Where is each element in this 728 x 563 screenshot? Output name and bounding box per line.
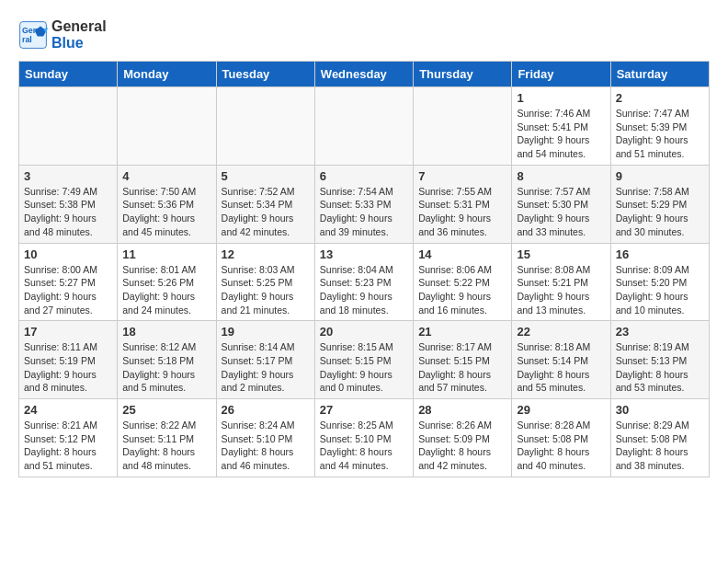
day-detail: Sunrise: 7:52 AM Sunset: 5:34 PM Dayligh…: [222, 185, 310, 239]
calendar-cell: 19Sunrise: 8:14 AM Sunset: 5:17 PM Dayli…: [216, 321, 314, 399]
day-number: 20: [320, 325, 408, 339]
calendar-cell: [19, 87, 118, 166]
day-number: 11: [122, 247, 210, 261]
day-detail: Sunrise: 7:50 AM Sunset: 5:36 PM Dayligh…: [122, 185, 210, 239]
day-detail: Sunrise: 7:46 AM Sunset: 5:41 PM Dayligh…: [517, 107, 605, 161]
day-detail: Sunrise: 7:57 AM Sunset: 5:30 PM Dayligh…: [517, 185, 605, 239]
day-detail: Sunrise: 8:11 AM Sunset: 5:19 PM Dayligh…: [24, 340, 112, 395]
day-number: 21: [418, 325, 506, 339]
day-number: 30: [616, 403, 704, 417]
calendar-cell: 9Sunrise: 7:58 AM Sunset: 5:29 PM Daylig…: [610, 165, 709, 243]
weekday-header-tuesday: Tuesday: [216, 62, 314, 87]
calendar-cell: 21Sunrise: 8:17 AM Sunset: 5:15 PM Dayli…: [414, 321, 512, 399]
day-number: 14: [418, 247, 506, 261]
calendar-cell: 10Sunrise: 8:00 AM Sunset: 5:27 PM Dayli…: [19, 243, 118, 321]
day-detail: Sunrise: 8:08 AM Sunset: 5:21 PM Dayligh…: [517, 263, 605, 317]
logo-text: General Blue: [51, 18, 107, 52]
day-number: 27: [320, 403, 408, 417]
day-number: 26: [222, 403, 310, 417]
day-detail: Sunrise: 8:12 AM Sunset: 5:18 PM Dayligh…: [122, 340, 210, 395]
day-number: 24: [24, 403, 112, 417]
logo: Gene ral General Blue: [18, 18, 107, 52]
weekday-header-thursday: Thursday: [414, 62, 512, 87]
calendar-cell: 12Sunrise: 8:03 AM Sunset: 5:25 PM Dayli…: [216, 243, 314, 321]
day-detail: Sunrise: 8:22 AM Sunset: 5:11 PM Dayligh…: [122, 419, 210, 473]
calendar-cell: [216, 87, 314, 166]
day-detail: Sunrise: 7:47 AM Sunset: 5:39 PM Dayligh…: [616, 107, 704, 161]
day-number: 7: [418, 169, 506, 183]
day-number: 25: [122, 403, 210, 417]
day-number: 15: [517, 247, 605, 261]
calendar-cell: 25Sunrise: 8:22 AM Sunset: 5:11 PM Dayli…: [118, 399, 216, 477]
day-detail: Sunrise: 8:26 AM Sunset: 5:09 PM Dayligh…: [418, 419, 506, 473]
calendar-cell: 1Sunrise: 7:46 AM Sunset: 5:41 PM Daylig…: [512, 87, 610, 166]
calendar-cell: 29Sunrise: 8:28 AM Sunset: 5:08 PM Dayli…: [512, 399, 610, 477]
calendar-week-4: 17Sunrise: 8:11 AM Sunset: 5:19 PM Dayli…: [19, 321, 710, 399]
calendar-cell: 28Sunrise: 8:26 AM Sunset: 5:09 PM Dayli…: [414, 399, 512, 477]
calendar-cell: 3Sunrise: 7:49 AM Sunset: 5:38 PM Daylig…: [19, 165, 118, 243]
day-number: 1: [517, 91, 605, 105]
day-number: 13: [320, 247, 408, 261]
weekday-header-friday: Friday: [512, 62, 610, 87]
calendar-cell: [118, 87, 216, 166]
calendar-cell: 14Sunrise: 8:06 AM Sunset: 5:22 PM Dayli…: [414, 243, 512, 321]
day-detail: Sunrise: 8:03 AM Sunset: 5:25 PM Dayligh…: [222, 263, 310, 317]
day-detail: Sunrise: 8:06 AM Sunset: 5:22 PM Dayligh…: [418, 263, 506, 317]
day-detail: Sunrise: 8:09 AM Sunset: 5:20 PM Dayligh…: [616, 263, 704, 317]
weekday-header-sunday: Sunday: [19, 62, 118, 87]
day-detail: Sunrise: 8:19 AM Sunset: 5:13 PM Dayligh…: [616, 340, 704, 395]
day-detail: Sunrise: 8:17 AM Sunset: 5:15 PM Dayligh…: [418, 340, 506, 395]
calendar-cell: 26Sunrise: 8:24 AM Sunset: 5:10 PM Dayli…: [216, 399, 314, 477]
calendar-cell: 27Sunrise: 8:25 AM Sunset: 5:10 PM Dayli…: [314, 399, 413, 477]
calendar-cell: 7Sunrise: 7:55 AM Sunset: 5:31 PM Daylig…: [414, 165, 512, 243]
svg-text:ral: ral: [22, 35, 32, 44]
day-number: 2: [616, 91, 704, 105]
weekday-header-wednesday: Wednesday: [314, 62, 413, 87]
day-number: 23: [616, 325, 704, 339]
day-detail: Sunrise: 7:54 AM Sunset: 5:33 PM Dayligh…: [320, 185, 408, 239]
calendar-cell: [314, 87, 413, 166]
calendar-cell: 5Sunrise: 7:52 AM Sunset: 5:34 PM Daylig…: [216, 165, 314, 243]
page-header: Gene ral General Blue: [18, 18, 710, 52]
day-detail: Sunrise: 8:14 AM Sunset: 5:17 PM Dayligh…: [222, 340, 310, 395]
day-number: 29: [517, 403, 605, 417]
calendar-cell: 16Sunrise: 8:09 AM Sunset: 5:20 PM Dayli…: [610, 243, 709, 321]
day-detail: Sunrise: 8:01 AM Sunset: 5:26 PM Dayligh…: [122, 263, 210, 317]
calendar-cell: [414, 87, 512, 166]
day-number: 22: [517, 325, 605, 339]
calendar-cell: 17Sunrise: 8:11 AM Sunset: 5:19 PM Dayli…: [19, 321, 118, 399]
calendar-cell: 11Sunrise: 8:01 AM Sunset: 5:26 PM Dayli…: [118, 243, 216, 321]
day-detail: Sunrise: 8:04 AM Sunset: 5:23 PM Dayligh…: [320, 263, 408, 317]
day-detail: Sunrise: 8:24 AM Sunset: 5:10 PM Dayligh…: [222, 419, 310, 473]
day-detail: Sunrise: 8:00 AM Sunset: 5:27 PM Dayligh…: [24, 263, 112, 317]
calendar-cell: 15Sunrise: 8:08 AM Sunset: 5:21 PM Dayli…: [512, 243, 610, 321]
calendar-cell: 4Sunrise: 7:50 AM Sunset: 5:36 PM Daylig…: [118, 165, 216, 243]
weekday-header-saturday: Saturday: [610, 62, 709, 87]
calendar-cell: 6Sunrise: 7:54 AM Sunset: 5:33 PM Daylig…: [314, 165, 413, 243]
calendar-cell: 2Sunrise: 7:47 AM Sunset: 5:39 PM Daylig…: [610, 87, 709, 166]
day-number: 28: [418, 403, 506, 417]
day-number: 9: [616, 169, 704, 183]
day-number: 19: [222, 325, 310, 339]
calendar-cell: 30Sunrise: 8:29 AM Sunset: 5:08 PM Dayli…: [610, 399, 709, 477]
day-number: 10: [24, 247, 112, 261]
day-number: 12: [222, 247, 310, 261]
day-number: 5: [222, 169, 310, 183]
calendar-week-3: 10Sunrise: 8:00 AM Sunset: 5:27 PM Dayli…: [19, 243, 710, 321]
calendar-cell: 22Sunrise: 8:18 AM Sunset: 5:14 PM Dayli…: [512, 321, 610, 399]
day-number: 18: [122, 325, 210, 339]
day-detail: Sunrise: 7:49 AM Sunset: 5:38 PM Dayligh…: [24, 185, 112, 239]
calendar-cell: 8Sunrise: 7:57 AM Sunset: 5:30 PM Daylig…: [512, 165, 610, 243]
day-number: 8: [517, 169, 605, 183]
day-detail: Sunrise: 8:18 AM Sunset: 5:14 PM Dayligh…: [517, 340, 605, 395]
calendar-cell: 13Sunrise: 8:04 AM Sunset: 5:23 PM Dayli…: [314, 243, 413, 321]
calendar-cell: 20Sunrise: 8:15 AM Sunset: 5:15 PM Dayli…: [314, 321, 413, 399]
calendar-week-2: 3Sunrise: 7:49 AM Sunset: 5:38 PM Daylig…: [19, 165, 710, 243]
day-detail: Sunrise: 8:21 AM Sunset: 5:12 PM Dayligh…: [24, 419, 112, 473]
day-detail: Sunrise: 8:28 AM Sunset: 5:08 PM Dayligh…: [517, 419, 605, 473]
calendar-cell: 24Sunrise: 8:21 AM Sunset: 5:12 PM Dayli…: [19, 399, 118, 477]
calendar-cell: 23Sunrise: 8:19 AM Sunset: 5:13 PM Dayli…: [610, 321, 709, 399]
day-detail: Sunrise: 8:25 AM Sunset: 5:10 PM Dayligh…: [320, 419, 408, 473]
day-number: 17: [24, 325, 112, 339]
day-number: 6: [320, 169, 408, 183]
